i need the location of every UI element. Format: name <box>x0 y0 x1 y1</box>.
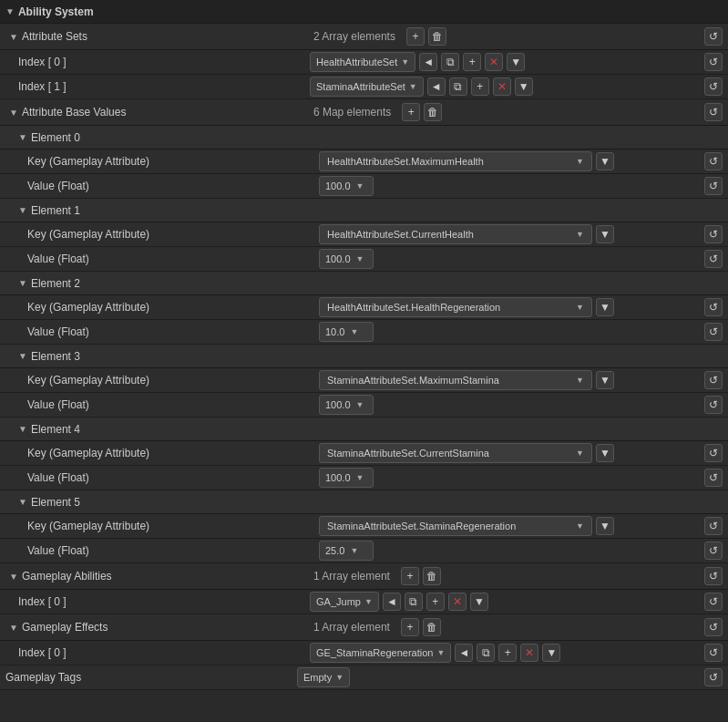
ge-0-copy-btn[interactable]: ⧉ <box>477 644 495 662</box>
element-1-key-dropdown[interactable]: HealthAttributeSet.CurrentHealth ▼ <box>319 224 592 244</box>
ge-0-expand-btn[interactable]: ▼ <box>542 644 560 662</box>
element-2-key-reset-btn[interactable]: ↺ <box>704 298 723 316</box>
attribute-sets-item-0-controls: HealthAttributeSet ▼ ◄ ⧉ + ✕ ▼ ↺ <box>310 52 723 72</box>
element-2-key-value: HealthAttributeSet.HealthRegeneration <box>327 302 500 313</box>
attribute-sets-index-1-label: Index [ 1 ] <box>18 80 310 93</box>
gameplay-effects-reset-btn[interactable]: ↺ <box>704 618 723 636</box>
element-3-key-expand-btn[interactable]: ▼ <box>596 371 614 389</box>
element-4-val-reset-btn[interactable]: ↺ <box>704 469 723 487</box>
attribute-sets-item-1: Index [ 1 ] StaminaAttributeSet ▼ ◄ ⧉ + … <box>0 75 728 99</box>
element-3-key-row: Key (Gameplay Attribute) StaminaAttribut… <box>0 368 728 393</box>
attr-set-0-browse-btn[interactable]: ◄ <box>419 53 437 71</box>
element-0-val-input[interactable]: 100.0 ▼ <box>319 176 374 196</box>
element-4-toggle[interactable]: ▼ <box>18 424 27 434</box>
element-5-key-reset-btn[interactable]: ↺ <box>704 517 723 535</box>
element-0-key-expand-btn[interactable]: ▼ <box>596 152 614 170</box>
ga-0-expand-btn[interactable]: ▼ <box>470 593 488 611</box>
element-5-val-controls: 25.0 ▼ ↺ <box>319 541 723 561</box>
ga-0-copy-btn[interactable]: ⧉ <box>405 593 423 611</box>
ga-0-add-btn[interactable]: + <box>426 593 445 611</box>
attr-set-0-reset-btn[interactable]: ↺ <box>704 53 723 71</box>
element-1-val-reset-btn[interactable]: ↺ <box>704 250 723 268</box>
element-1-header: ▼ Element 1 <box>0 199 728 222</box>
element-3-val-input[interactable]: 100.0 ▼ <box>319 395 374 415</box>
element-4-key-expand-btn[interactable]: ▼ <box>596 444 614 462</box>
element-3-key-dropdown[interactable]: StaminaAttributeSet.MaximumStamina ▼ <box>319 370 592 390</box>
element-4-val-row: Value (Float) 100.0 ▼ ↺ <box>0 466 728 490</box>
element-1-toggle[interactable]: ▼ <box>18 205 27 215</box>
attr-set-0-copy-btn[interactable]: ⧉ <box>441 53 459 71</box>
element-3-key-reset-btn[interactable]: ↺ <box>704 371 723 389</box>
element-5-toggle[interactable]: ▼ <box>18 497 27 507</box>
gameplay-abilities-add-btn[interactable]: + <box>401 567 419 585</box>
element-0-val-reset-btn[interactable]: ↺ <box>704 177 723 195</box>
ge-0-remove-btn[interactable]: ✕ <box>520 644 538 662</box>
attribute-sets-item-1-dropdown[interactable]: StaminaAttributeSet ▼ <box>310 77 424 97</box>
element-0-key-label: Key (Gameplay Attribute) <box>27 155 319 168</box>
element-5-val-reset-btn[interactable]: ↺ <box>704 542 723 560</box>
element-4-val-input[interactable]: 100.0 ▼ <box>319 468 374 488</box>
gameplay-abilities-toggle[interactable]: ▼ <box>9 572 18 582</box>
attr-set-1-expand-btn[interactable]: ▼ <box>515 77 533 96</box>
gameplay-abilities-delete-btn[interactable]: 🗑 <box>423 567 441 585</box>
gameplay-tags-reset-btn[interactable]: ↺ <box>704 668 723 686</box>
element-5-val-input[interactable]: 25.0 ▼ <box>319 541 374 561</box>
attr-base-delete-btn[interactable]: 🗑 <box>424 103 442 121</box>
attr-set-1-reset-btn[interactable]: ↺ <box>704 77 723 96</box>
gameplay-tags-dropdown[interactable]: Empty ▼ <box>297 667 350 687</box>
gameplay-abilities-item-0-dropdown[interactable]: GA_Jump ▼ <box>310 592 379 612</box>
ga-0-remove-btn[interactable]: ✕ <box>448 593 467 611</box>
element-0-label: Element 0 <box>31 131 80 144</box>
attribute-sets-header: ▼ Attribute Sets 2 Array elements + 🗑 ↺ <box>0 24 728 50</box>
attr-set-1-add-btn[interactable]: + <box>471 77 489 96</box>
ga-0-reset-btn[interactable]: ↺ <box>704 593 723 611</box>
attr-base-add-btn[interactable]: + <box>402 103 420 121</box>
attr-set-0-remove-btn[interactable]: ✕ <box>485 53 503 71</box>
attr-set-0-expand-btn[interactable]: ▼ <box>507 53 525 71</box>
ge-0-add-btn[interactable]: + <box>498 644 517 662</box>
element-2-val-arrow: ▼ <box>350 327 358 336</box>
attribute-sets-item-0-dropdown[interactable]: HealthAttributeSet ▼ <box>310 52 415 72</box>
attribute-sets-toggle[interactable]: ▼ <box>9 32 18 42</box>
attr-set-1-copy-btn[interactable]: ⧉ <box>449 77 467 96</box>
attr-set-0-add-btn[interactable]: + <box>463 53 481 71</box>
element-2-toggle[interactable]: ▼ <box>18 278 27 288</box>
element-2-val-input[interactable]: 10.0 ▼ <box>319 322 374 342</box>
element-1-val-input[interactable]: 100.0 ▼ <box>319 249 374 269</box>
element-5-key-dropdown[interactable]: StaminaAttributeSet.StaminaRegeneration … <box>319 516 592 536</box>
element-3-toggle[interactable]: ▼ <box>18 351 27 361</box>
element-4-key-reset-btn[interactable]: ↺ <box>704 444 723 462</box>
attr-set-1-browse-btn[interactable]: ◄ <box>427 77 446 96</box>
element-1-key-expand-btn[interactable]: ▼ <box>596 225 614 243</box>
gameplay-effects-header: ▼ Gameplay Effects 1 Array element + 🗑 ↺ <box>0 614 728 641</box>
element-4-key-arrow: ▼ <box>576 449 584 458</box>
attribute-sets-add-btn[interactable]: + <box>406 27 425 46</box>
ability-system-toggle[interactable]: ▼ <box>5 6 15 16</box>
element-4-key-row: Key (Gameplay Attribute) StaminaAttribut… <box>0 441 728 466</box>
attribute-sets-delete-btn[interactable]: 🗑 <box>428 27 446 46</box>
element-5-key-expand-btn[interactable]: ▼ <box>596 517 614 535</box>
gameplay-effects-item-0-dropdown[interactable]: GE_StaminaRegeneration ▼ <box>310 643 451 663</box>
element-4-key-dropdown[interactable]: StaminaAttributeSet.CurrentStamina ▼ <box>319 443 592 463</box>
element-0-toggle[interactable]: ▼ <box>18 132 27 142</box>
ga-0-browse-btn[interactable]: ◄ <box>383 593 401 611</box>
element-0-key-dropdown[interactable]: HealthAttributeSet.MaximumHealth ▼ <box>319 151 592 171</box>
element-1-key-reset-btn[interactable]: ↺ <box>704 225 723 243</box>
element-2-key-expand-btn[interactable]: ▼ <box>596 298 614 316</box>
attr-base-reset-btn[interactable]: ↺ <box>704 103 723 121</box>
ge-0-browse-btn[interactable]: ◄ <box>455 644 473 662</box>
gameplay-effects-delete-btn[interactable]: 🗑 <box>423 618 441 636</box>
ge-0-reset-btn[interactable]: ↺ <box>704 644 723 662</box>
element-0-val-arrow: ▼ <box>356 181 364 191</box>
element-2-val-reset-btn[interactable]: ↺ <box>704 323 723 341</box>
attribute-sets-reset-btn[interactable]: ↺ <box>704 27 723 46</box>
element-2-key-dropdown[interactable]: HealthAttributeSet.HealthRegeneration ▼ <box>319 297 592 317</box>
gameplay-effects-add-btn[interactable]: + <box>401 618 419 636</box>
attr-set-1-remove-btn[interactable]: ✕ <box>493 77 511 96</box>
gameplay-abilities-reset-btn[interactable]: ↺ <box>704 567 723 585</box>
element-3-val-reset-btn[interactable]: ↺ <box>704 396 723 414</box>
element-1-key-value: HealthAttributeSet.CurrentHealth <box>327 229 474 240</box>
gameplay-effects-toggle[interactable]: ▼ <box>9 623 18 633</box>
element-0-key-reset-btn[interactable]: ↺ <box>704 152 723 170</box>
attribute-base-values-toggle[interactable]: ▼ <box>9 108 18 118</box>
